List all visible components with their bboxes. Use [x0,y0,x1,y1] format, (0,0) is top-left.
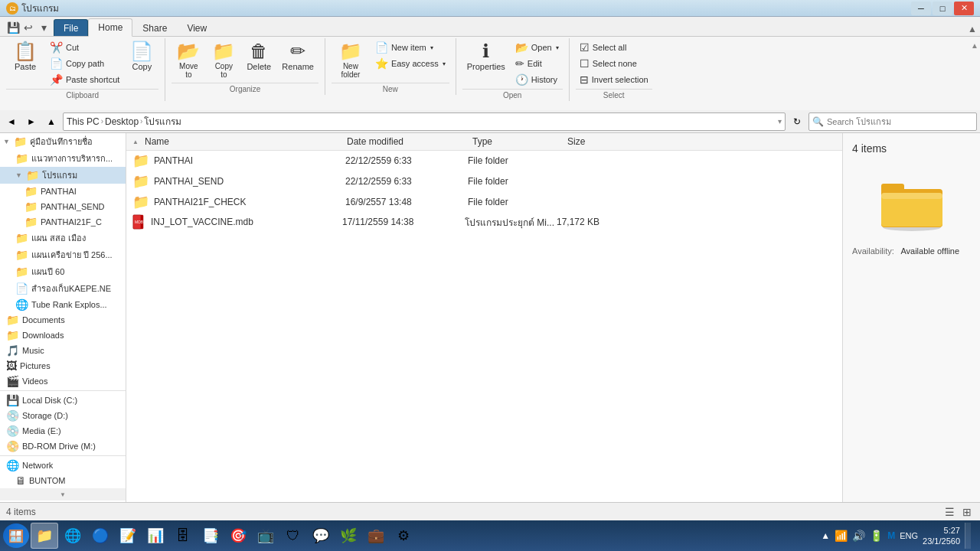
address-part-current[interactable]: โปรแกรม [144,114,181,129]
sidebar-item-panthai[interactable]: 📁 PANTHAI [0,184,126,199]
taskbar-line-button[interactable]: 💬 [308,523,334,549]
sidebar-item-tube[interactable]: 🌐 Tube Rank Explos... [0,297,126,312]
tab-share[interactable]: Share [132,19,177,36]
sidebar-item-panthai-send[interactable]: 📁 PANTHAI_SEND [0,199,126,214]
taskbar-ie-button[interactable]: 🌐 [60,523,86,549]
address-part-desktop[interactable]: Desktop [105,116,139,127]
minimize-button[interactable]: ─ [911,2,931,15]
copy-to-icon: 📁 [212,42,235,60]
sidebar-item-downloads[interactable]: 📁 Downloads [0,328,126,343]
taskbar-app1-button[interactable]: 🎯 [225,523,251,549]
cut-button[interactable]: ✂️ Cut [46,40,123,55]
details-view-button[interactable]: ☰ [942,505,957,519]
sidebar-item-plan2560[interactable]: 📁 แผนเครือข่าย ปี 256... [0,246,126,263]
sort-indicator[interactable]: ▲ [132,139,139,145]
sidebar-item-plan60[interactable]: 📁 แผนปี 60 [0,263,126,280]
start-button[interactable]: 🪟 [3,523,29,548]
sidebar-item-videos[interactable]: 🎬 Videos [0,373,126,389]
show-desktop-button[interactable] [965,523,971,549]
new-folder-button[interactable]: 📁 Newfolder [332,40,370,81]
tray-outlook-icon[interactable]: M [887,530,895,541]
file-row[interactable]: MDB INJ_LOT_VACCINE.mdb 17/11/2559 14:38… [126,213,842,232]
ribbon-collapse-btn[interactable]: ▲ [965,22,980,36]
qa-undo-icon[interactable]: ↩ [21,21,35,34]
taskbar-antivirus-button[interactable]: 🛡 [280,523,306,549]
easy-access-button[interactable]: ⭐ Easy access ▾ [371,56,449,71]
file-row[interactable]: 📁 PANTHAI_SEND 22/12/2559 6:33 File fold… [126,171,842,192]
delete-button[interactable]: 🗑 Delete [242,40,276,73]
file-row[interactable]: 📁 PANTHAI 22/12/2559 6:33 File folder [126,151,842,171]
tab-file[interactable]: File [54,19,88,36]
maximize-button[interactable]: □ [933,2,952,15]
address-part-pc[interactable]: This PC [67,116,100,127]
tab-home[interactable]: Home [88,18,132,37]
sidebar-item-guide[interactable]: 📁 แนวทางการบริหารก... [0,150,126,167]
address-dropdown-icon[interactable]: ▾ [778,117,782,126]
sidebar-item-documents[interactable]: 📁 Documents [0,312,126,328]
copy-button[interactable]: 📄 Copy [125,40,158,73]
refresh-button[interactable]: ↻ [789,113,805,130]
qa-dropdown-icon[interactable]: ▾ [37,21,51,34]
up-button[interactable]: ▲ [43,113,60,130]
tray-network-icon[interactable]: 📶 [835,530,848,542]
history-button[interactable]: 🕐 History [511,72,563,87]
taskbar-explorer-button[interactable]: 📁 [31,523,58,549]
select-all-button[interactable]: ☑ Select all [576,40,652,55]
large-icons-view-button[interactable]: ⊞ [960,505,974,519]
search-icon: 🔍 [812,116,824,127]
open-button[interactable]: 📂 Open ▾ [511,40,563,55]
taskbar-powerpoint-button[interactable]: 📑 [198,523,224,549]
ribbon-toggle[interactable]: ▲ [969,38,980,53]
tray-icon-1[interactable]: ▲ [821,530,830,541]
taskbar-excel-button[interactable]: 📊 [142,523,168,549]
paste-shortcut-button[interactable]: 📌 Paste shortcut [46,72,123,87]
tray-lang[interactable]: ENG [900,531,918,540]
file-row[interactable]: 📁 PANTHAI21F_CHECK 16/9/2557 13:48 File … [126,192,842,213]
close-button[interactable]: ✕ [954,2,974,15]
forward-button[interactable]: ► [23,113,40,130]
clock[interactable]: 5:27 23/1/2560 [923,525,960,547]
sidebar-item-program[interactable]: ▼ 📁 โปรแกรม [0,167,126,184]
tab-view[interactable]: View [177,19,217,36]
col-header-name[interactable]: Name [142,135,341,148]
search-input[interactable] [827,117,973,126]
taskbar-app2-button[interactable]: 📺 [253,523,279,549]
quick-access-toolbar: 💾 ↩ ▾ [3,19,54,36]
tray-volume-icon[interactable]: 🔊 [852,530,865,542]
new-item-button[interactable]: 📄 New item ▾ [371,40,449,55]
taskbar-app3-button[interactable]: 🌿 [335,523,361,549]
taskbar-app5-button[interactable]: ⚙ [390,523,416,549]
taskbar-chrome-button[interactable]: 🔵 [87,523,113,549]
sidebar-item-media-e[interactable]: 💿 Media (E:) [0,423,126,439]
sidebar-item-bdrom[interactable]: 📀 BD-ROM Drive (M:) [0,439,126,454]
sidebar-item-network[interactable]: 🌐 Network [0,458,126,473]
properties-button[interactable]: ℹ Properties [462,40,510,73]
sidebar-item-local-disk[interactable]: 💾 Local Disk (C:) [0,393,126,408]
sidebar-item-storage-d[interactable]: 💿 Storage (D:) [0,408,126,423]
taskbar-app4-button[interactable]: 💼 [363,523,389,549]
sidebar-item-maenam[interactable]: 📁 แผน สสอ เมือง [0,230,126,246]
rename-button[interactable]: ✏ Rename [277,40,318,73]
qa-save-icon[interactable]: 💾 [6,21,20,34]
taskbar-access-button[interactable]: 🗄 [170,523,196,549]
col-header-date[interactable]: Date modified [344,135,466,148]
paste-button[interactable]: 📋 Paste [6,40,44,73]
edit-button[interactable]: ✏ Edit [511,56,563,71]
select-none-button[interactable]: ☐ Select none [576,56,652,71]
taskbar-word-button[interactable]: 📝 [115,523,141,549]
sidebar-item-pictures[interactable]: 🖼 Pictures [0,358,126,373]
sidebar-item-backup[interactable]: 📄 สำรองเก็บKAEPE.NE [0,280,126,297]
sidebar-item-buntom[interactable]: 🖥 BUNTOM [0,473,126,488]
sidebar-item-favorites-header[interactable]: ▼ 📁 คู่มือบันทึกรายชื่อ [0,133,126,150]
sidebar-scroll-down[interactable]: ▼ [0,488,126,500]
copy-path-button[interactable]: 📄 Copy path [46,56,123,71]
move-to-button[interactable]: 📂 Moveto [172,40,205,81]
copy-to-button[interactable]: 📁 Copyto [207,40,240,81]
sidebar-item-panthai21f[interactable]: 📁 PANTHAI21F_C [0,214,126,230]
invert-selection-button[interactable]: ⊟ Invert selection [576,72,652,87]
back-button[interactable]: ◄ [3,113,20,130]
col-header-size[interactable]: Size [564,135,641,148]
tray-battery-icon[interactable]: 🔋 [870,530,883,542]
sidebar-item-music[interactable]: 🎵 Music [0,343,126,358]
col-header-type[interactable]: Type [469,135,561,148]
